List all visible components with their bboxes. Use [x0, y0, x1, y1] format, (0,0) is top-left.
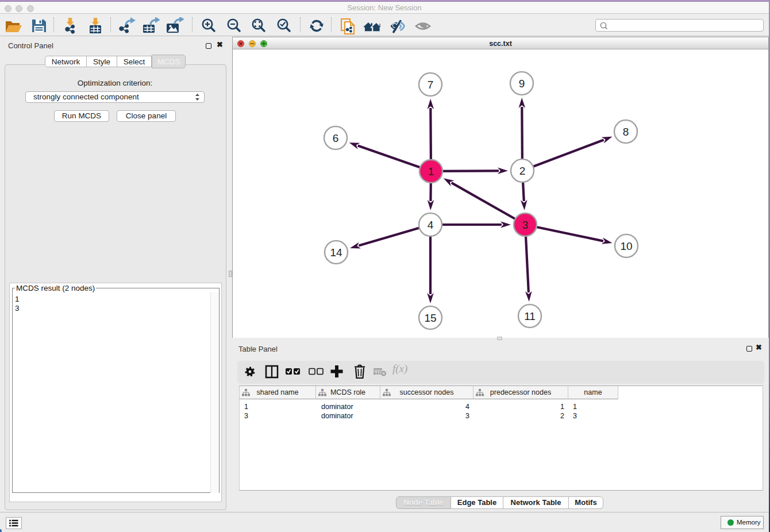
- svg-text:9: 9: [519, 78, 525, 90]
- svg-text:2: 2: [519, 165, 526, 177]
- svg-text:14: 14: [330, 246, 342, 259]
- svg-text:1: 1: [428, 165, 434, 178]
- svg-text:15: 15: [424, 312, 436, 324]
- svg-text:7: 7: [428, 79, 434, 91]
- svg-text:11: 11: [524, 310, 536, 322]
- svg-text:6: 6: [333, 132, 339, 144]
- svg-text:8: 8: [623, 126, 629, 138]
- svg-text:3: 3: [522, 219, 529, 231]
- svg-text:10: 10: [620, 240, 632, 252]
- svg-text:4: 4: [428, 219, 434, 231]
